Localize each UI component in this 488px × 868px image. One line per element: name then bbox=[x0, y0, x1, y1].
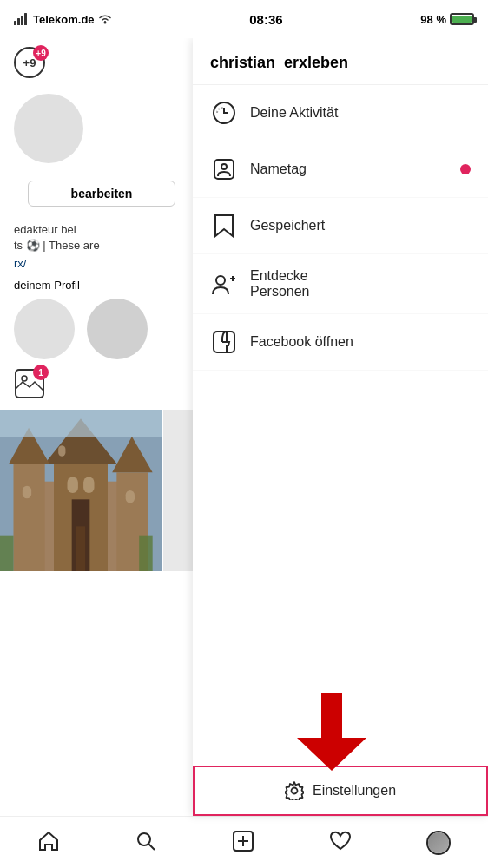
svg-rect-20 bbox=[68, 477, 78, 494]
svg-rect-23 bbox=[126, 490, 135, 503]
battery-indicator bbox=[450, 13, 474, 25]
svg-rect-21 bbox=[83, 477, 94, 494]
nav-activity[interactable] bbox=[329, 830, 352, 856]
status-bar: Telekom.de 08:36 98 % bbox=[0, 0, 488, 38]
nametag-dot bbox=[460, 164, 471, 174]
battery-percent: 98 % bbox=[420, 13, 446, 26]
menu-username: christian_erxleben bbox=[193, 38, 488, 85]
nav-home[interactable] bbox=[37, 830, 60, 856]
heart-icon bbox=[329, 830, 352, 852]
svg-point-38 bbox=[138, 833, 150, 845]
add-post-icon bbox=[232, 830, 254, 852]
wifi-icon bbox=[98, 14, 112, 24]
svg-rect-1 bbox=[17, 18, 20, 25]
menu-label-aktivitaet: Deine Aktivität bbox=[250, 105, 471, 121]
svg-point-4 bbox=[103, 22, 106, 24]
church-image bbox=[0, 410, 162, 571]
highlight-circle-1[interactable] bbox=[14, 299, 75, 359]
bottom-nav bbox=[0, 816, 488, 868]
facebook-icon bbox=[210, 328, 238, 356]
nav-post[interactable] bbox=[232, 830, 254, 856]
svg-point-32 bbox=[221, 164, 227, 169]
profile-avatar bbox=[14, 94, 83, 163]
menu-label-gespeichert: Gespeichert bbox=[250, 218, 471, 233]
battery-info: 98 % bbox=[420, 13, 474, 26]
menu-item-nametag[interactable]: Nametag bbox=[193, 141, 488, 198]
menu-label-facebook: Facebook öffnen bbox=[250, 334, 471, 350]
svg-rect-2 bbox=[21, 16, 23, 25]
photo-tag-badge: 1 bbox=[33, 365, 49, 380]
activity-icon bbox=[210, 99, 238, 127]
signal-icon bbox=[14, 13, 30, 25]
nav-profile-avatar bbox=[426, 831, 451, 855]
svg-rect-3 bbox=[24, 13, 27, 25]
menu-label-nametag: Nametag bbox=[250, 161, 460, 177]
svg-line-39 bbox=[148, 844, 155, 850]
svg-rect-26 bbox=[0, 536, 14, 571]
nav-profile[interactable] bbox=[426, 831, 451, 855]
nametag-icon bbox=[210, 155, 238, 183]
svg-rect-0 bbox=[14, 21, 16, 25]
svg-point-37 bbox=[291, 788, 297, 794]
discover-people-icon bbox=[210, 270, 238, 298]
search-icon bbox=[135, 830, 157, 852]
carrier-name: Telekom.de bbox=[33, 13, 95, 26]
time-display: 08:36 bbox=[249, 12, 282, 27]
menu-item-aktivitaet[interactable]: Deine Aktivität bbox=[193, 85, 488, 141]
svg-rect-25 bbox=[0, 410, 162, 437]
svg-rect-27 bbox=[139, 536, 153, 571]
highlight-circle-2[interactable] bbox=[87, 299, 148, 359]
nav-search[interactable] bbox=[135, 830, 157, 856]
svg-rect-24 bbox=[58, 446, 65, 457]
carrier-info: Telekom.de bbox=[14, 13, 112, 26]
notification-photo-container: 1 bbox=[14, 368, 45, 403]
svg-rect-15 bbox=[14, 464, 45, 571]
battery-fill bbox=[452, 16, 472, 23]
messages-container: +9 +9 bbox=[14, 47, 45, 78]
settings-button[interactable]: Einstellungen bbox=[195, 767, 486, 814]
messages-badge: +9 bbox=[33, 45, 49, 61]
post-thumb-church[interactable] bbox=[0, 410, 162, 571]
nav-profile-avatar-fill bbox=[428, 832, 449, 853]
edit-profile-button[interactable]: bearbeiten bbox=[28, 181, 175, 207]
home-icon bbox=[37, 830, 60, 852]
settings-label: Einstellungen bbox=[313, 783, 396, 799]
svg-marker-36 bbox=[297, 738, 366, 771]
settings-gear-icon bbox=[285, 781, 304, 800]
svg-point-33 bbox=[216, 276, 225, 285]
bio-line2: ts ⚽ | These are bbox=[14, 239, 100, 252]
svg-point-9 bbox=[22, 376, 27, 381]
svg-rect-19 bbox=[76, 527, 85, 572]
menu-item-entdecke[interactable]: Entdecke Personen bbox=[193, 254, 488, 314]
red-arrow-indicator bbox=[297, 693, 366, 774]
highlights-label: deinem Profil bbox=[14, 279, 80, 292]
svg-rect-22 bbox=[23, 486, 31, 498]
bookmark-icon bbox=[210, 212, 238, 240]
menu-label-entdecke: Entdecke Personen bbox=[250, 268, 471, 299]
arrow-svg bbox=[297, 693, 366, 771]
menu-item-facebook[interactable]: Facebook öffnen bbox=[193, 314, 488, 371]
bio-line1: edakteur bei bbox=[14, 223, 76, 236]
menu-item-gespeichert[interactable]: Gespeichert bbox=[193, 198, 488, 254]
svg-rect-35 bbox=[321, 693, 342, 740]
